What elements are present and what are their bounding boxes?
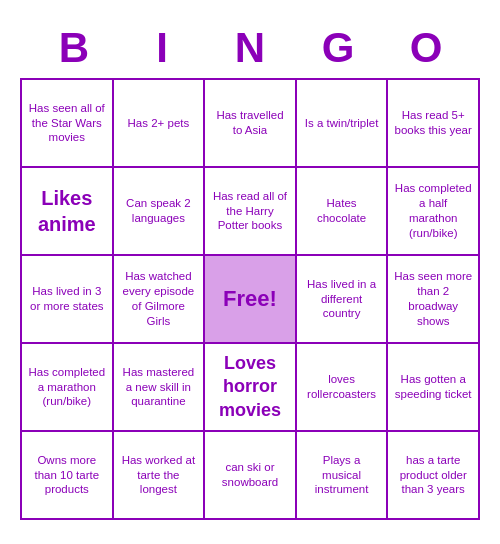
bingo-cell: Hates chocolate (297, 168, 389, 256)
bingo-cell: Has completed a half marathon (run/bike) (388, 168, 480, 256)
bingo-letter: N (206, 24, 294, 72)
bingo-cell: Has seen all of the Star Wars movies (22, 80, 114, 168)
bingo-letter: G (294, 24, 382, 72)
bingo-grid: Has seen all of the Star Wars moviesHas … (20, 78, 480, 520)
bingo-cell: Free! (205, 256, 297, 344)
bingo-letter: I (118, 24, 206, 72)
bingo-cell: Has mastered a new skill in quarantine (114, 344, 206, 432)
bingo-title: BINGO (20, 24, 480, 72)
bingo-cell: Has read all of the Harry Potter books (205, 168, 297, 256)
bingo-cell: Has lived in 3 or more states (22, 256, 114, 344)
bingo-cell: Is a twin/triplet (297, 80, 389, 168)
bingo-cell: Has watched every episode of Gilmore Gir… (114, 256, 206, 344)
bingo-cell: Has gotten a speeding ticket (388, 344, 480, 432)
bingo-letter: B (30, 24, 118, 72)
bingo-cell: Plays a musical instrument (297, 432, 389, 520)
bingo-cell: loves rollercoasters (297, 344, 389, 432)
bingo-letter: O (382, 24, 470, 72)
bingo-cell: Has read 5+ books this year (388, 80, 480, 168)
bingo-cell: Has seen more than 2 broadway shows (388, 256, 480, 344)
bingo-cell: has a tarte product older than 3 years (388, 432, 480, 520)
bingo-cell: Likes anime (22, 168, 114, 256)
bingo-cell: Has travelled to Asia (205, 80, 297, 168)
bingo-cell: Has lived in a different country (297, 256, 389, 344)
bingo-cell: Has worked at tarte the longest (114, 432, 206, 520)
bingo-cell: Has completed a marathon (run/bike) (22, 344, 114, 432)
bingo-cell: Owns more than 10 tarte products (22, 432, 114, 520)
bingo-cell: Has 2+ pets (114, 80, 206, 168)
bingo-card: BINGO Has seen all of the Star Wars movi… (10, 14, 490, 530)
bingo-cell: Can speak 2 languages (114, 168, 206, 256)
bingo-cell: can ski or snowboard (205, 432, 297, 520)
bingo-cell: Loves horror movies (205, 344, 297, 432)
